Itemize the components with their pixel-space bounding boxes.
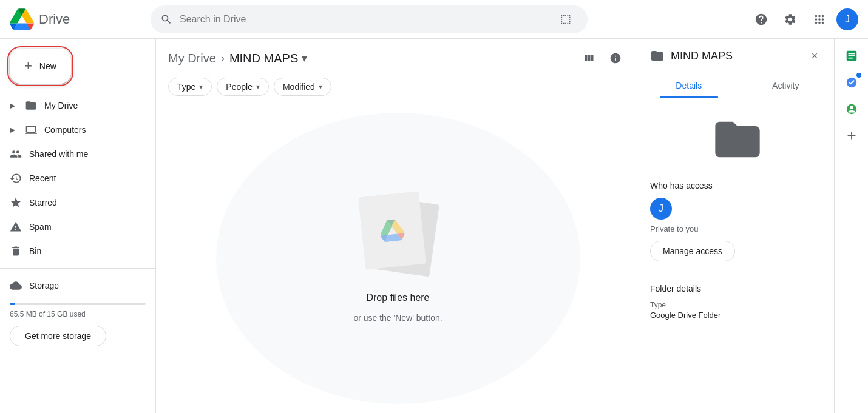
who-has-access-section: Who has access J Private to you Manage a… [650,181,824,261]
filter-people-arrow-icon: ▾ [256,82,260,91]
drop-circle: Drop files here or use the 'New' button. [216,113,580,404]
filter-type-button[interactable]: Type ▾ [168,78,212,96]
sidebar-item-starred[interactable]: Starred [0,190,146,215]
content-header: My Drive › MIND MAPS ▾ [156,39,640,103]
clock-icon [10,172,22,184]
view-toggle-button[interactable] [577,46,601,70]
filter-modified-button[interactable]: Modified ▾ [274,78,331,96]
get-storage-button[interactable]: Get more storage [10,326,106,346]
contacts-icon-button[interactable] [839,97,864,121]
sidebar-item-spam[interactable]: Spam [0,215,146,239]
panel-body: Who has access J Private to you Manage a… [640,98,834,413]
sheets-icon-button[interactable] [839,44,864,68]
paper-front [358,191,426,270]
breadcrumb: My Drive › MIND MAPS ▾ [168,46,628,70]
filter-type-label: Type [177,82,195,92]
main-layout: + New ▶ My Drive ▶ Computers Shared with… [0,39,868,413]
breadcrumb-current[interactable]: MIND MAPS ▾ [229,52,307,65]
sidebar-item-bin-label: Bin [29,246,41,256]
detail-type-value: Google Drive Folder [650,311,824,320]
star-icon [10,196,22,209]
right-panel: MIND MAPS × Details Activity Who has acc… [640,39,834,413]
sidebar-item-spam-label: Spam [29,222,52,232]
panel-folder-icon [650,49,665,63]
right-sidebar [834,39,868,413]
tab-details[interactable]: Details [640,73,737,98]
folder-details-section: Folder details Type Google Drive Folder [650,284,824,320]
plus-icon: + [24,58,32,74]
search-icon [160,13,172,25]
search-bar[interactable] [151,5,588,33]
apps-button[interactable] [807,7,832,32]
sidebar-item-my-drive[interactable]: ▶ My Drive [0,93,146,118]
breadcrumb-current-label: MIND MAPS [229,52,298,65]
sidebar-item-recent-label: Recent [29,173,56,183]
drive-logo-icon [10,7,34,32]
app-name: Drive [39,12,70,27]
filter-chips: Type ▾ People ▾ Modified ▾ [168,78,331,96]
breadcrumb-root[interactable]: My Drive [168,52,216,65]
storage-text: 65.5 MB of 15 GB used [10,310,146,318]
trash-icon [10,245,22,257]
sidebar-item-my-drive-label: My Drive [44,101,78,110]
breadcrumb-dropdown-icon: ▾ [302,52,307,65]
warning-icon [10,221,22,233]
right-panel-header: MIND MAPS × [640,39,834,73]
header-toolbar: Type ▾ People ▾ Modified ▾ [168,78,628,96]
svg-rect-3 [848,58,852,59]
new-button-wrapper: + New [0,44,155,93]
user-avatar[interactable]: J [836,8,858,30]
detail-type-label: Type [650,301,824,309]
access-user-avatar: J [650,198,672,220]
filter-type-arrow-icon: ▾ [199,82,203,91]
sidebar-item-computers[interactable]: ▶ Computers [0,118,146,142]
info-button[interactable] [603,46,628,70]
breadcrumb-separator-icon: › [221,52,225,65]
panel-close-button[interactable]: × [805,46,824,65]
help-button[interactable] [749,7,773,32]
sidebar-item-shared-with-me[interactable]: Shared with me [0,142,146,166]
topbar-right: J [749,7,858,32]
expand-arrow-icon: ▶ [10,101,15,110]
expand-arrow-icon: ▶ [10,126,15,134]
storage-bar-fill [10,303,15,305]
sidebar-item-starred-label: Starred [29,198,57,207]
sidebar-item-bin[interactable]: Bin [0,239,146,263]
sidebar-item-storage[interactable]: Storage [0,274,146,298]
topbar: Drive J [0,0,868,39]
new-button-label: New [39,61,56,71]
tasks-icon-button[interactable] [839,70,864,95]
add-panel-button[interactable] [839,124,864,148]
manage-access-button[interactable]: Manage access [650,241,735,261]
folder-large-icon [704,113,771,166]
panel-tabs: Details Activity [640,73,834,98]
access-user: J [650,198,824,220]
filter-people-button[interactable]: People ▾ [217,78,269,96]
sidebar: + New ▶ My Drive ▶ Computers Shared with… [0,39,155,413]
who-has-access-title: Who has access [650,181,824,190]
search-options-button[interactable] [554,7,578,32]
settings-button[interactable] [778,7,802,32]
drop-illustration [356,194,441,273]
storage-bar-background [10,303,146,305]
tab-activity[interactable]: Activity [737,73,835,98]
storage-section: 65.5 MB of 15 GB used Get more storage [0,298,155,356]
folder-icon [25,99,37,112]
logo-area: Drive [10,7,143,32]
computer-icon [25,124,37,136]
close-icon: × [812,50,818,62]
sidebar-item-recent[interactable]: Recent [0,166,146,190]
cloud-icon [10,280,22,292]
new-button[interactable]: + New [10,49,71,84]
people-icon [10,148,22,160]
drop-subtitle: or use the 'New' button. [353,313,442,323]
content-area: My Drive › MIND MAPS ▾ [155,39,640,413]
search-input[interactable] [180,14,546,25]
private-label: Private to you [650,224,824,233]
folder-details-title: Folder details [650,284,824,294]
sidebar-divider [0,268,155,269]
sidebar-item-storage-label: Storage [29,281,59,290]
filter-people-label: People [226,82,253,92]
filter-modified-arrow-icon: ▾ [319,82,322,91]
sidebar-item-shared-label: Shared with me [29,149,88,159]
